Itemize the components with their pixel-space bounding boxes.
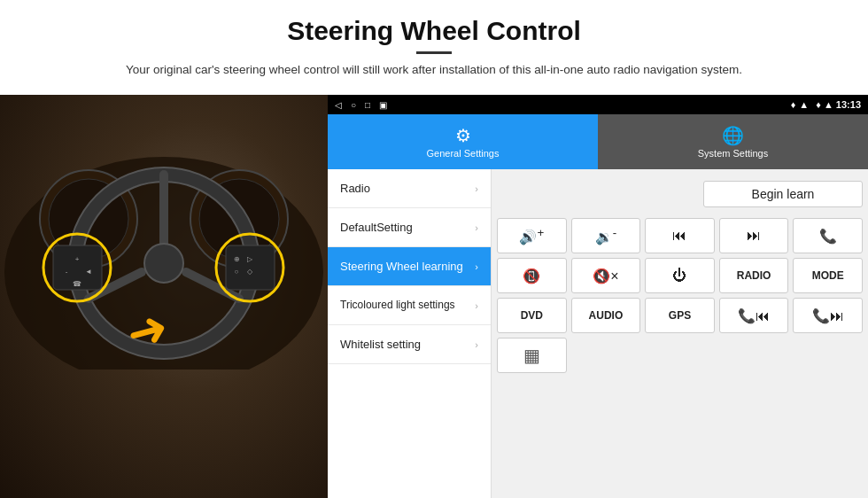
chevron-right-icon: ›	[475, 339, 478, 350]
svg-text:+: +	[75, 255, 80, 263]
barcode-icon: ▦	[523, 345, 540, 366]
location-icon: ♦	[791, 99, 796, 110]
content-area: + - ◄ ☎ ⊕ ▷ ○ ◇ ➜	[0, 95, 868, 498]
menu-item-default[interactable]: DefaultSetting ›	[328, 208, 491, 247]
svg-text:○: ○	[235, 268, 239, 276]
next-track-icon: ⏭	[747, 228, 761, 244]
hang-up-button[interactable]: 📵	[497, 258, 567, 293]
vol-down-button[interactable]: 🔉-	[571, 218, 641, 253]
controls-row-1: 🔊+ 🔉- ⏮ ⏭ 📞	[497, 218, 863, 253]
menu-list: Radio › DefaultSetting › Steering Wheel …	[328, 169, 492, 498]
gps-label: GPS	[669, 309, 691, 322]
android-device: ◁ ○ □ ▣ ♦ ▲ ♦ ▲ 13:13 ⚙ General Settings	[328, 95, 868, 498]
chevron-right-icon: ›	[475, 183, 478, 194]
car-image-section: + - ◄ ☎ ⊕ ▷ ○ ◇ ➜	[0, 95, 328, 498]
svg-text:-: -	[66, 268, 68, 276]
main-panel: Radio › DefaultSetting › Steering Wheel …	[328, 169, 868, 498]
radio-label: RADIO	[737, 269, 771, 282]
gps-button[interactable]: GPS	[645, 298, 715, 333]
phone-answer-icon: 📞	[819, 228, 837, 245]
controls-row-4: ▦	[497, 338, 863, 373]
begin-learn-row: Begin learn	[497, 175, 863, 214]
dvd-button[interactable]: DVD	[497, 298, 567, 333]
svg-text:⊕: ⊕	[234, 255, 240, 263]
tab-general-label: General Settings	[427, 148, 500, 159]
power-button[interactable]: ⏻	[645, 258, 715, 293]
nav-apps-icon[interactable]: ▣	[379, 100, 387, 110]
status-bar-right: ♦ ▲ ♦ ▲ 13:13	[791, 99, 861, 110]
mute-button[interactable]: 🔇×	[571, 258, 641, 293]
status-bar: ◁ ○ □ ▣ ♦ ▲ ♦ ▲ 13:13	[328, 95, 868, 114]
tab-general[interactable]: ⚙ General Settings	[328, 114, 598, 169]
menu-tricoloured-label: Tricoloured light settings	[340, 299, 455, 313]
menu-item-steering[interactable]: Steering Wheel learning ›	[328, 247, 491, 286]
radio-button[interactable]: RADIO	[719, 258, 789, 293]
mode-button[interactable]: MODE	[793, 258, 863, 293]
svg-text:◇: ◇	[247, 268, 253, 276]
steering-wheel-svg: + - ◄ ☎ ⊕ ▷ ○ ◇ ➜	[0, 95, 328, 370]
menu-item-tricoloured[interactable]: Tricoloured light settings ›	[328, 286, 491, 325]
page-title: Steering Wheel Control	[35, 16, 833, 46]
subtitle: Your original car's steering wheel contr…	[97, 61, 771, 79]
chevron-right-icon: ›	[475, 261, 478, 272]
tel-next-button[interactable]: 📞⏭	[793, 298, 863, 333]
tel-next-icon: 📞⏭	[812, 307, 844, 324]
dvd-label: DVD	[521, 309, 543, 322]
svg-text:◄: ◄	[85, 268, 92, 276]
prev-track-button[interactable]: ⏮	[645, 218, 715, 253]
chevron-right-icon: ›	[475, 222, 478, 233]
title-divider	[416, 51, 452, 54]
tel-prev-icon: 📞⏮	[738, 307, 770, 324]
vol-up-icon: 🔊+	[519, 226, 544, 245]
top-tabs: ⚙ General Settings 🌐 System Settings	[328, 114, 868, 169]
hang-up-icon: 📵	[523, 268, 540, 284]
menu-default-label: DefaultSetting	[340, 221, 413, 234]
controls-area: Begin learn 🔊+ 🔉- ⏮	[492, 169, 868, 498]
audio-button[interactable]: AUDIO	[571, 298, 641, 333]
header-section: Steering Wheel Control Your original car…	[0, 0, 868, 88]
prev-track-icon: ⏮	[672, 228, 686, 244]
mute-icon: 🔇×	[593, 268, 618, 284]
menu-whitelist-label: Whitelist setting	[340, 338, 421, 351]
power-icon: ⏻	[672, 268, 686, 284]
signal-icon: ▲	[799, 99, 809, 110]
svg-text:☎: ☎	[73, 280, 81, 288]
vol-down-icon: 🔉-	[595, 226, 616, 245]
tab-system[interactable]: 🌐 System Settings	[598, 114, 868, 169]
menu-steering-label: Steering Wheel learning	[340, 260, 463, 273]
nav-home-icon[interactable]: ○	[351, 100, 356, 110]
mode-label: MODE	[812, 269, 844, 282]
car-image-bg: + - ◄ ☎ ⊕ ▷ ○ ◇ ➜	[0, 95, 328, 498]
nav-back-icon[interactable]: ◁	[335, 100, 342, 110]
chevron-right-icon: ›	[475, 300, 478, 311]
nav-recents-icon[interactable]: □	[365, 100, 370, 110]
tel-prev-button[interactable]: 📞⏮	[719, 298, 789, 333]
clock: ♦ ▲ 13:13	[816, 99, 861, 110]
next-track-button[interactable]: ⏭	[719, 218, 789, 253]
svg-text:▷: ▷	[247, 255, 253, 263]
page-container: Steering Wheel Control Your original car…	[0, 0, 868, 498]
status-bar-left: ◁ ○ □ ▣	[335, 100, 387, 110]
controls-row-2: 📵 🔇× ⏻ RADIO MODE	[497, 258, 863, 293]
phone-answer-button[interactable]: 📞	[793, 218, 863, 253]
system-settings-icon: 🌐	[722, 125, 744, 146]
general-settings-icon: ⚙	[455, 125, 471, 146]
tab-system-label: System Settings	[698, 148, 768, 159]
audio-label: AUDIO	[589, 309, 624, 322]
menu-item-radio[interactable]: Radio ›	[328, 169, 491, 208]
svg-point-12	[144, 244, 183, 283]
menu-item-whitelist[interactable]: Whitelist setting ›	[328, 325, 491, 364]
vol-up-button[interactable]: 🔊+	[497, 218, 567, 253]
controls-row-3: DVD AUDIO GPS 📞⏮ 📞⏭	[497, 298, 863, 333]
barcode-button[interactable]: ▦	[497, 338, 567, 373]
begin-learn-button[interactable]: Begin learn	[703, 181, 863, 207]
menu-radio-label: Radio	[340, 182, 370, 195]
